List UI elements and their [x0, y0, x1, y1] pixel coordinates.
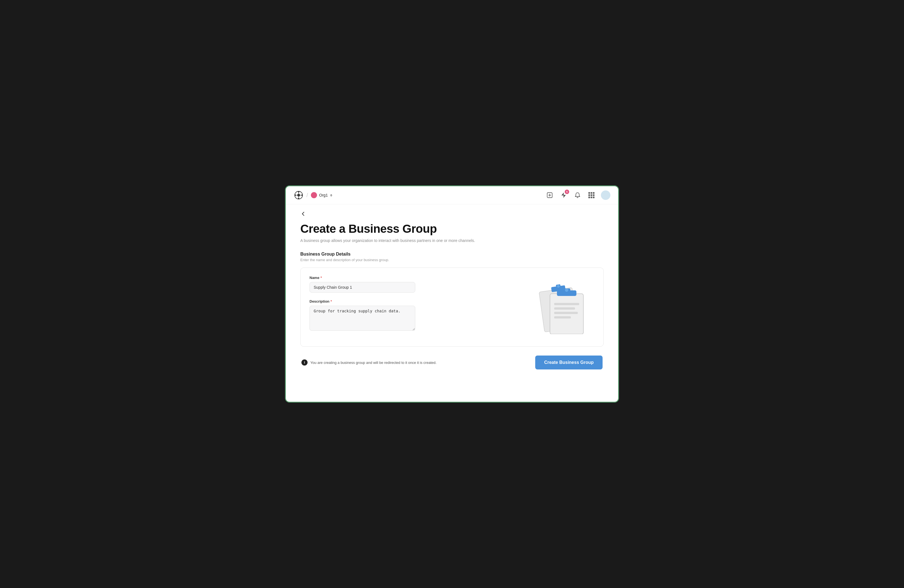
- info-icon: i: [302, 359, 308, 365]
- chevron-up-icon: [330, 194, 332, 195]
- add-box-button[interactable]: [545, 191, 554, 200]
- chevron-down-icon: [330, 196, 332, 196]
- svg-rect-22: [554, 303, 579, 305]
- org-name-label: Org1: [319, 193, 328, 198]
- svg-point-21: [565, 288, 568, 292]
- svg-point-1: [297, 194, 300, 196]
- org-color-dot: [311, 192, 317, 198]
- footer-bar: i You are creating a business group and …: [300, 356, 604, 370]
- org-selector-chevrons: [330, 194, 332, 196]
- description-required-star: *: [331, 299, 332, 303]
- info-message: i You are creating a business group and …: [302, 359, 436, 365]
- svg-rect-25: [554, 316, 571, 318]
- description-label: Description *: [310, 299, 522, 303]
- svg-point-3: [298, 198, 299, 199]
- description-field-group: Description *: [310, 299, 522, 332]
- org-selector[interactable]: Org1: [311, 192, 332, 198]
- create-business-group-button[interactable]: Create Business Group: [535, 356, 602, 370]
- header-left: / Org1: [294, 190, 332, 200]
- back-button[interactable]: [300, 211, 306, 217]
- form-fields: Name * Description *: [310, 276, 522, 338]
- user-avatar[interactable]: [601, 190, 610, 200]
- page-subtitle: A business group allows your organizatio…: [300, 238, 604, 243]
- notification-badge: 5: [565, 190, 569, 194]
- svg-point-4: [295, 194, 296, 196]
- svg-point-2: [298, 191, 299, 193]
- name-field-group: Name *: [310, 276, 522, 292]
- info-text: You are creating a business group and wi…: [310, 360, 436, 365]
- main-content: Create a Business Group A business group…: [286, 204, 618, 402]
- lightning-button[interactable]: 5: [559, 191, 568, 200]
- page-title: Create a Business Group: [300, 222, 604, 236]
- svg-point-5: [302, 194, 303, 196]
- grid-button[interactable]: [587, 191, 596, 200]
- logo-icon[interactable]: [294, 190, 303, 200]
- app-window: / Org1: [285, 185, 619, 403]
- name-label: Name *: [310, 276, 522, 280]
- clipboard-illustration: [533, 276, 594, 334]
- nav-divider: /: [307, 192, 308, 199]
- bell-button[interactable]: [573, 191, 582, 200]
- svg-rect-23: [554, 307, 575, 310]
- description-input[interactable]: [310, 306, 415, 331]
- header-right: 5: [545, 190, 610, 200]
- header: / Org1: [286, 186, 618, 204]
- grid-icon: [588, 192, 594, 198]
- name-input[interactable]: [310, 282, 415, 292]
- section-subtitle: Enter the name and description of your b…: [300, 258, 604, 262]
- section-title: Business Group Details: [300, 252, 604, 257]
- form-card: Name * Description *: [300, 267, 604, 347]
- name-required-star: *: [320, 276, 322, 280]
- svg-rect-24: [554, 312, 578, 314]
